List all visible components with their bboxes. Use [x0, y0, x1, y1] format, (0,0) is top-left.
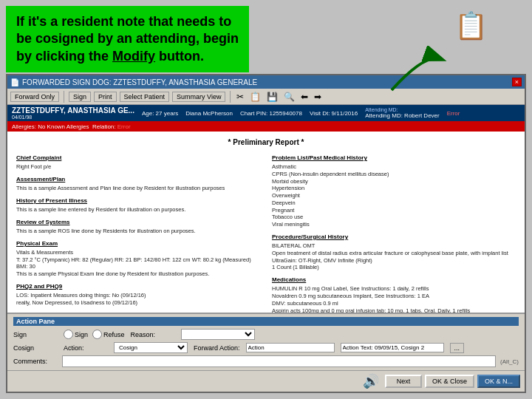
section-assessment-plan: Assessment/Plan This is a sample Assessm…	[16, 175, 260, 192]
sign-radio-text: Sign	[75, 331, 88, 338]
assessment-plan-text: This is a sample Assessment and Plan lin…	[16, 185, 260, 192]
section-phq: PHQ2 and PHQ9 LOS: Inpatient Measures do…	[16, 282, 260, 307]
patient-dob: 04/01/98	[12, 115, 134, 120]
relation-value: Error	[117, 123, 131, 130]
instruction-text-line3: by clicking the	[16, 49, 112, 64]
cosign-label: Cosign	[13, 344, 58, 352]
medications-title: Medications	[272, 276, 516, 284]
refuse-radio[interactable]	[92, 330, 102, 339]
allergy-bar: Allergies: No Known Allergies Relation: …	[7, 121, 525, 132]
title-bar-left: 📄 FORWARDED SIGN DOG: ZZTESTDUFFY, ANAST…	[10, 78, 257, 86]
patient-age-field: Age: 27 years	[142, 110, 178, 117]
reason-select[interactable]	[181, 329, 255, 340]
relation-label: Relation:	[92, 123, 116, 130]
history-title: History of Present Illness	[16, 197, 260, 205]
document-area: * Preliminary Report * Chief Complaint R…	[7, 132, 525, 313]
summary-view-button[interactable]: Summary View	[172, 92, 225, 102]
document-right-column: Problem List/Past Medical History Asthma…	[272, 154, 516, 313]
cut-icon[interactable]: ✂	[235, 92, 245, 102]
back-icon[interactable]: ⬅	[299, 92, 310, 102]
arrow-icon	[388, 46, 447, 98]
comments-row: Comments: (Alt_C)	[13, 355, 519, 367]
window-icon: 📄	[10, 78, 19, 86]
patient-visit-date: Visit Dt: 9/11/2016	[310, 110, 358, 117]
ok-next-button[interactable]: OK & N...	[477, 375, 520, 388]
toolbar: Forward Only Sign Print Select Patient S…	[7, 89, 525, 105]
speaker-icon: 🔊	[363, 373, 379, 389]
section-medications: Medications HUMULIN R 10 mg Oral Label, …	[272, 276, 516, 313]
phq-text: LOS: Inpatient Measures doing things: No…	[16, 292, 260, 307]
sign-radio[interactable]	[64, 330, 73, 339]
window-title: FORWARDED SIGN DOG: ZZTESTDUFFY, ANASTHA…	[22, 78, 257, 86]
toolbar-separator-2	[230, 91, 231, 103]
problem-list-title: Problem List/Past Medical History	[272, 154, 516, 162]
instruction-text-line1: If it's a resident note that needs to	[16, 14, 231, 29]
refuse-radio-label: Refuse	[92, 330, 125, 339]
medications-text: HUMULIN R 10 mg Oral Label, See Instruct…	[272, 285, 516, 313]
comments-input[interactable]	[62, 355, 496, 367]
sign-row: Sign Sign Refuse Reason:	[13, 329, 519, 340]
comments-label: Comments:	[13, 358, 58, 365]
action-pane: Action Pane Sign Sign Refuse Reason: Cos…	[7, 313, 525, 370]
section-history: History of Present Illness This is a sam…	[16, 197, 260, 214]
patient-error-field: Error	[447, 110, 460, 117]
forward-icon[interactable]: ➡	[313, 92, 323, 102]
reason-label: Reason:	[131, 331, 175, 338]
chief-complaint-title: Chief Complaint	[16, 154, 260, 162]
forward-action-input[interactable]	[246, 343, 335, 352]
print-button[interactable]: Print	[94, 92, 117, 102]
document-left-column: Chief Complaint Right Foot p/e Assessmen…	[16, 154, 260, 313]
patient-age: Age: 27 years	[142, 110, 178, 117]
copy-icon[interactable]: 📋	[248, 92, 262, 102]
save-icon[interactable]: 💾	[265, 92, 279, 102]
instruction-box: If it's a resident note that needs to be…	[6, 6, 249, 72]
attending-label: Attending MD:	[365, 107, 440, 112]
document-title: * Preliminary Report *	[16, 137, 516, 148]
section-problem-list: Problem List/Past Medical History Asthma…	[272, 154, 516, 228]
bottom-bar: 🔊 Next OK & Close OK & N...	[7, 370, 525, 392]
review-systems-title: Review of Systems	[16, 218, 260, 226]
patient-provider-field: Diana McPherson	[185, 110, 233, 117]
section-review-systems: Review of Systems This is a sample ROS l…	[16, 218, 260, 235]
allergies-label: Allergies:	[12, 123, 36, 130]
next-button[interactable]: Next	[385, 375, 422, 388]
forward-action-label: Forward Action:	[194, 344, 240, 352]
patient-name-field: ZZTESTDUFFY, ANASTHASIA GE... 04/01/98	[12, 106, 134, 120]
action-label-field: Action:	[64, 344, 108, 352]
section-procedures: Procedure/Surgical History BILATERAL OMT…	[272, 233, 516, 271]
cosign-row: Cosign Action: Cosign Forward Action: ..…	[13, 342, 519, 353]
search-icon[interactable]: 🔍	[282, 92, 296, 102]
sign-action-label: Sign	[13, 331, 58, 338]
close-button[interactable]: ×	[512, 78, 522, 86]
physical-exam-text: Vitals & MeasurementsT: 37.2 °C (Tympani…	[16, 249, 260, 278]
problem-list-text: AsthmaticCPRS (Non-insulin dependent mel…	[272, 163, 516, 228]
sign-radio-label: Sign	[64, 330, 88, 339]
assessment-plan-title: Assessment/Plan	[16, 175, 260, 183]
procedures-title: Procedure/Surgical History	[272, 233, 516, 241]
patient-attending: Attending MD: Robert Dever	[365, 112, 440, 119]
forward-only-button[interactable]: Forward Only	[10, 92, 59, 102]
title-bar: 📄 FORWARDED SIGN DOG: ZZTESTDUFFY, ANAST…	[7, 75, 525, 89]
refuse-radio-text: Refuse	[103, 331, 125, 338]
sign-toolbar-button[interactable]: Sign	[69, 92, 91, 102]
instruction-text-end: button.	[155, 49, 204, 64]
instruction-text-line2: be cosigned by an attending, begin	[16, 31, 239, 46]
patient-bar: ZZTESTDUFFY, ANASTHASIA GE... 04/01/98 A…	[7, 105, 525, 121]
action-pane-title: Action Pane	[13, 317, 519, 326]
content-area: * Preliminary Report * Chief Complaint R…	[7, 132, 525, 313]
section-chief-complaint: Chief Complaint Right Foot p/e	[16, 154, 260, 171]
patient-visit-field: Visit Dt: 9/11/2016	[310, 110, 358, 117]
chief-complaint-text: Right Foot p/e	[16, 163, 260, 171]
forward-action-button[interactable]: ...	[450, 343, 465, 353]
phq-title: PHQ2 and PHQ9	[16, 282, 260, 290]
patient-chart: Chart PIN: 1255940078	[240, 110, 302, 117]
section-physical-exam: Physical Exam Vitals & MeasurementsT: 37…	[16, 239, 260, 278]
action-select[interactable]: Cosign	[114, 342, 188, 353]
forward-text-input[interactable]	[341, 343, 444, 352]
toolbar-separator-1	[64, 91, 64, 103]
ok-close-button[interactable]: OK & Close	[425, 375, 474, 388]
patient-attending-field: Attending MD: Attending MD: Robert Dever	[365, 107, 440, 119]
review-systems-text: This is a sample ROS line done by Reside…	[16, 228, 260, 235]
select-patient-button[interactable]: Select Patient	[120, 92, 170, 102]
comments-hint: (Alt_C)	[500, 358, 519, 365]
